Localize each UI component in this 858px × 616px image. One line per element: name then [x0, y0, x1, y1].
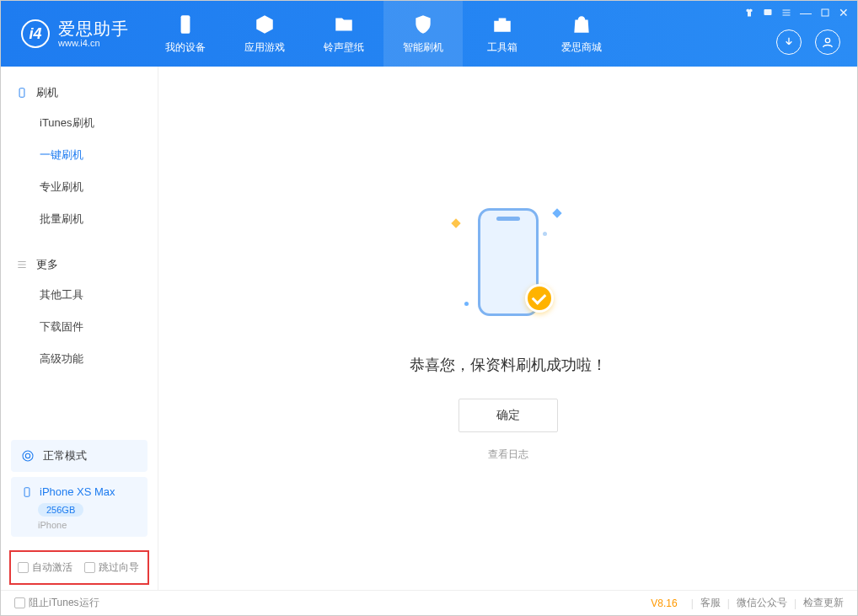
- device-name-row: iPhone XS Max: [21, 485, 137, 498]
- ok-button[interactable]: 确定: [458, 399, 558, 432]
- nav-flash[interactable]: 智能刷机: [383, 1, 463, 67]
- view-log-link[interactable]: 查看日志: [488, 447, 528, 462]
- success-message: 恭喜您，保资料刷机成功啦！: [410, 355, 607, 375]
- main-nav: 我的设备 应用游戏 铃声壁纸 智能刷机 工具箱 爱思商城: [146, 1, 621, 67]
- nav-toolbox[interactable]: 工具箱: [463, 1, 542, 67]
- dot-icon: [464, 302, 469, 306]
- maximize-button[interactable]: [820, 8, 830, 18]
- nav-label: 爱思商城: [561, 40, 602, 55]
- sidebar: 刷机 iTunes刷机 一键刷机 专业刷机 批量刷机 更多 其他工具 下载固件 …: [1, 67, 158, 590]
- nav-ringtones[interactable]: 铃声壁纸: [304, 1, 383, 67]
- flash-options-highlighted: 自动激活 跳过向导: [9, 550, 149, 585]
- refresh-shield-icon: [412, 13, 434, 35]
- checkbox-label: 阻止iTunes运行: [29, 596, 99, 610]
- checkbox-skip-guide[interactable]: 跳过向导: [84, 560, 139, 575]
- nav-apps-games[interactable]: 应用游戏: [225, 1, 304, 67]
- nav-label: 工具箱: [487, 40, 517, 55]
- svg-point-3: [825, 38, 829, 42]
- device-icon: [174, 13, 196, 35]
- svg-rect-1: [764, 9, 772, 15]
- checkbox-icon: [14, 597, 25, 608]
- svg-point-5: [23, 451, 33, 461]
- download-button[interactable]: [776, 29, 802, 55]
- main-content: 恭喜您，保资料刷机成功啦！ 确定 查看日志: [158, 67, 857, 590]
- svg-rect-0: [181, 15, 190, 34]
- sidebar-item-advanced[interactable]: 高级功能: [1, 343, 158, 375]
- device-type: iPhone: [38, 520, 137, 530]
- status-label: 正常模式: [43, 448, 87, 463]
- sidebar-section-flash: 刷机 iTunes刷机 一键刷机 专业刷机 批量刷机: [1, 67, 158, 238]
- sidebar-item-onekey-flash[interactable]: 一键刷机: [1, 139, 158, 171]
- app-subtitle: www.i4.cn: [58, 38, 129, 48]
- checkbox-label: 自动激活: [32, 560, 72, 575]
- sync-icon: [21, 449, 35, 463]
- music-folder-icon: [333, 13, 355, 35]
- sidebar-item-pro-flash[interactable]: 专业刷机: [1, 171, 158, 203]
- svg-rect-2: [822, 9, 829, 16]
- minimize-button[interactable]: —: [800, 6, 812, 19]
- device-mode-status[interactable]: 正常模式: [11, 440, 147, 472]
- window-controls: — ✕: [744, 6, 849, 19]
- nav-label: 我的设备: [165, 40, 206, 55]
- sidebar-item-download-firmware[interactable]: 下载固件: [1, 311, 158, 343]
- logo-area: i4 爱思助手 www.i4.cn: [1, 19, 146, 48]
- footer-link-update[interactable]: 检查更新: [803, 596, 844, 610]
- phone-icon: [21, 486, 33, 498]
- list-icon: [16, 259, 28, 271]
- section-title: 更多: [36, 257, 58, 272]
- logo-icon: i4: [21, 19, 50, 48]
- close-button[interactable]: ✕: [839, 6, 849, 19]
- sidebar-item-other-tools[interactable]: 其他工具: [1, 279, 158, 311]
- checkbox-icon: [18, 562, 29, 573]
- menu-icon[interactable]: [781, 8, 791, 18]
- app-title: 爱思助手: [58, 19, 129, 38]
- titlebar: i4 爱思助手 www.i4.cn 我的设备 应用游戏 铃声壁纸 智能刷机 工具…: [1, 1, 857, 67]
- device-storage: 256GB: [38, 503, 83, 517]
- sidebar-section-more: 更多 其他工具 下载固件 高级功能: [1, 238, 158, 378]
- success-illustration: [441, 195, 576, 329]
- version-label: V8.16: [651, 597, 677, 609]
- section-title: 刷机: [36, 85, 58, 100]
- footer-links: | 客服 | 微信公众号 | 检查更新: [691, 596, 844, 610]
- checkbox-label: 跳过向导: [99, 560, 139, 575]
- nav-label: 应用游戏: [244, 40, 285, 55]
- phone-icon: [16, 87, 28, 99]
- footer-link-support[interactable]: 客服: [700, 596, 721, 610]
- sparkle-icon: [451, 218, 460, 228]
- dot-icon: [543, 232, 547, 236]
- check-badge-icon: [525, 284, 554, 313]
- device-card[interactable]: iPhone XS Max 256GB iPhone: [11, 477, 147, 537]
- sidebar-head-more: 更多: [1, 250, 158, 279]
- svg-rect-6: [24, 487, 29, 496]
- header-right-actions: [776, 29, 840, 55]
- cube-icon: [254, 13, 276, 35]
- bag-icon: [571, 13, 593, 35]
- nav-store[interactable]: 爱思商城: [542, 1, 621, 67]
- body: 刷机 iTunes刷机 一键刷机 专业刷机 批量刷机 更多 其他工具 下载固件 …: [1, 67, 857, 590]
- checkbox-icon: [84, 562, 95, 573]
- checkbox-block-itunes[interactable]: 阻止iTunes运行: [14, 596, 99, 610]
- shirt-icon[interactable]: [744, 8, 754, 18]
- sidebar-head-flash: 刷机: [1, 78, 158, 107]
- sparkle-icon: [552, 208, 561, 217]
- nav-label: 铃声壁纸: [324, 40, 364, 55]
- user-button[interactable]: [815, 29, 840, 55]
- toolbox-icon: [491, 13, 513, 35]
- checkbox-auto-activate[interactable]: 自动激活: [18, 560, 72, 575]
- svg-rect-4: [19, 88, 24, 98]
- footer-link-wechat[interactable]: 微信公众号: [737, 596, 787, 610]
- logo-text: 爱思助手 www.i4.cn: [58, 19, 129, 48]
- sidebar-item-batch-flash[interactable]: 批量刷机: [1, 203, 158, 235]
- sidebar-item-itunes-flash[interactable]: iTunes刷机: [1, 107, 158, 139]
- nav-label: 智能刷机: [403, 40, 443, 55]
- device-name: iPhone XS Max: [40, 485, 115, 498]
- footer: 阻止iTunes运行 V8.16 | 客服 | 微信公众号 | 检查更新: [1, 590, 857, 615]
- feedback-icon[interactable]: [763, 8, 773, 18]
- nav-my-device[interactable]: 我的设备: [146, 1, 225, 67]
